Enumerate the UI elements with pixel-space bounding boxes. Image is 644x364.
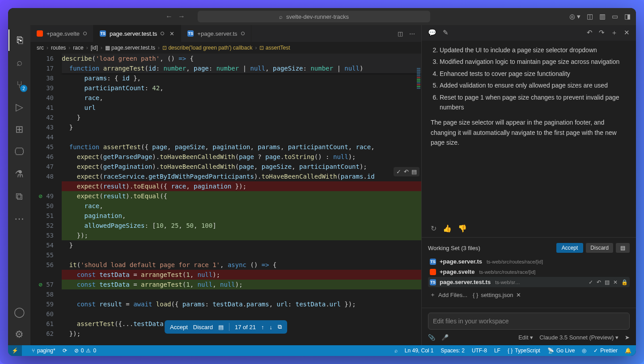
attach-icon[interactable]: 📎 bbox=[428, 334, 435, 341]
working-set-file[interactable]: +page.sveltets-web/src/routes/race/[id] bbox=[428, 267, 630, 277]
notifications-icon[interactable]: 🔔 bbox=[625, 347, 631, 354]
breadcrumb-item[interactable]: [id] bbox=[91, 45, 98, 51]
tab-+page.svelte[interactable]: +page.svelte bbox=[30, 25, 93, 42]
breadcrumb-item[interactable]: ⊡ assertTest bbox=[259, 45, 290, 51]
chat-view-icon[interactable]: 💬 bbox=[428, 29, 436, 37]
split-editor-icon[interactable]: ◫ bbox=[398, 30, 403, 37]
accept-button[interactable]: Accept bbox=[170, 324, 188, 331]
chat-input[interactable]: Edit files in your workspace bbox=[428, 313, 630, 330]
regenerate-icon[interactable]: ↻ bbox=[431, 224, 436, 233]
tab-+page.server.ts[interactable]: TS+page.server.ts bbox=[181, 25, 251, 42]
next-change-icon[interactable]: ↓ bbox=[269, 324, 272, 331]
cursor-position[interactable]: Ln 49, Col 1 bbox=[405, 347, 434, 354]
file-path: ts-web/src/routes/race/[id] bbox=[487, 259, 543, 264]
chat-list-item: Enhanced tests to cover page size functi… bbox=[440, 69, 627, 79]
search-icon[interactable]: ⌕ bbox=[8, 52, 30, 73]
working-set: Working Set (3 files) Accept Discard ▤ T… bbox=[422, 237, 636, 308]
debug-icon[interactable]: ▷ bbox=[8, 96, 30, 118]
references-icon[interactable]: ⧉ bbox=[8, 186, 30, 207]
source-control-icon[interactable]: ⑂2 bbox=[8, 74, 30, 96]
chat-list-item: Updated the UI to include a page size se… bbox=[440, 45, 627, 55]
layout-bottom-icon[interactable]: ▭ bbox=[612, 13, 618, 21]
layout-sidebar-right-icon[interactable]: ◨ bbox=[624, 13, 631, 21]
add-files-button[interactable]: ＋ Add Files... bbox=[430, 291, 467, 299]
file-name: page.server.test.ts bbox=[440, 279, 491, 285]
layout-sidebar-left-icon[interactable]: ▥ bbox=[599, 13, 606, 21]
diff-file-icon[interactable]: ▤ bbox=[218, 324, 224, 331]
search-status-icon[interactable]: ⌕ bbox=[394, 347, 398, 354]
ts-test-icon: TS bbox=[430, 279, 436, 285]
add-icon[interactable]: ＋ bbox=[611, 29, 618, 37]
redo-icon[interactable]: ↷ bbox=[599, 29, 605, 37]
breadcrumb-item[interactable]: src bbox=[37, 45, 44, 51]
more-icon[interactable]: ⋯ bbox=[8, 208, 30, 230]
chat-footer-text: The page size selector will appear in th… bbox=[431, 117, 627, 147]
model-selector[interactable]: Claude 3.5 Sonnet (Preview) ▾ bbox=[539, 334, 619, 341]
chat-content: Updated the UI to include a page size se… bbox=[422, 41, 636, 220]
code-content[interactable]: describe('load green path', () => { func… bbox=[62, 54, 421, 345]
diff-view-button[interactable]: ▤ bbox=[616, 243, 630, 253]
tab-page.server.test.ts[interactable]: TSpage.server.test.ts✕ bbox=[93, 25, 181, 42]
eol[interactable]: LF bbox=[494, 347, 500, 354]
undo-icon[interactable]: ↶ bbox=[587, 29, 593, 37]
thumbs-down-icon[interactable]: 👎 bbox=[458, 224, 467, 233]
encoding[interactable]: UTF-8 bbox=[472, 347, 487, 354]
accept-change-icon[interactable]: ✓ bbox=[396, 168, 401, 175]
mode-selector[interactable]: Edit ▾ bbox=[518, 334, 533, 341]
discard-button[interactable]: Discard bbox=[193, 324, 213, 331]
send-icon[interactable]: ➤ bbox=[625, 334, 630, 341]
prettier-status[interactable]: ✓ Prettier bbox=[593, 347, 618, 354]
code-editor[interactable]: 16173839404142434445464748⊘ 495051525354… bbox=[30, 54, 421, 345]
modified-indicator-icon bbox=[83, 32, 87, 35]
testing-icon[interactable]: ⚗ bbox=[8, 163, 30, 185]
account-icon[interactable]: ◯ bbox=[8, 301, 30, 323]
lock-icon[interactable]: 🔒 bbox=[621, 279, 628, 285]
breadcrumb-item[interactable]: ▦ page.server.test.ts bbox=[105, 45, 155, 51]
file-path: ts-web/sr… bbox=[495, 280, 520, 285]
accept-all-button[interactable]: Accept bbox=[556, 243, 584, 253]
indentation[interactable]: Spaces: 2 bbox=[441, 347, 465, 354]
tab-label: +page.server.ts bbox=[197, 30, 237, 37]
undo-file-icon[interactable]: ↶ bbox=[597, 279, 601, 285]
branch-status[interactable]: ⑂ paging* bbox=[32, 347, 55, 354]
remote-indicator[interactable]: ⚡ bbox=[8, 345, 22, 356]
minimap[interactable] bbox=[416, 67, 421, 345]
accept-file-icon[interactable]: ✓ bbox=[589, 279, 593, 285]
thumbs-up-icon[interactable]: 👍 bbox=[443, 224, 452, 233]
working-set-file[interactable]: TSpage.server.test.tsts-web/sr…✓↶▤✕🔒 bbox=[428, 277, 630, 287]
settings-gear-icon[interactable]: ⚙ bbox=[8, 324, 30, 345]
breadcrumb-item[interactable]: routes bbox=[51, 45, 66, 51]
diff-file-icon[interactable]: ▤ bbox=[605, 279, 610, 285]
copilot-status-icon[interactable]: ◎ bbox=[582, 347, 586, 354]
explorer-icon[interactable]: ⎘ bbox=[8, 29, 30, 51]
copilot-icon[interactable]: ◎ ▾ bbox=[569, 13, 580, 21]
command-center[interactable]: ⌕ svelte-dev-runner-tracks bbox=[198, 11, 430, 22]
close-file-icon[interactable]: ✕ bbox=[613, 279, 618, 285]
sync-icon[interactable]: ⟳ bbox=[63, 347, 67, 354]
more-actions-icon[interactable]: ⋯ bbox=[409, 30, 415, 37]
discard-all-button[interactable]: Discard bbox=[586, 243, 613, 253]
breadcrumb[interactable]: src›routes›race›[id]›▦ page.server.test.… bbox=[30, 42, 421, 54]
problems-status[interactable]: ⊘ 0 ⚠ 0 bbox=[74, 347, 96, 354]
go-live[interactable]: 📡 Go Live bbox=[547, 347, 575, 354]
layout-panel-icon[interactable]: ◫ bbox=[587, 13, 593, 21]
new-chat-icon[interactable]: ✎ bbox=[443, 29, 449, 37]
language-mode[interactable]: { } TypeScript bbox=[508, 347, 540, 354]
file-name: +page.svelte bbox=[440, 268, 475, 275]
chat-list-item: Added validation to ensure only allowed … bbox=[440, 80, 627, 90]
working-set-file[interactable]: TS+page.server.tsts-web/src/routes/race/… bbox=[428, 256, 630, 267]
close-icon[interactable]: ✕ bbox=[624, 29, 630, 37]
vscode-window: ← → ⌕ svelte-dev-runner-tracks ◎ ▾ ◫ ▥ ▭… bbox=[8, 8, 636, 356]
close-tab-icon[interactable]: ✕ bbox=[169, 30, 174, 37]
nav-back-icon[interactable]: ← bbox=[165, 13, 173, 21]
mic-icon[interactable]: 🎤 bbox=[441, 334, 449, 341]
extensions-icon[interactable]: ⊞ bbox=[8, 119, 30, 140]
prev-change-icon[interactable]: ↑ bbox=[261, 324, 264, 331]
nav-forward-icon[interactable]: → bbox=[178, 13, 185, 21]
breadcrumb-item[interactable]: race bbox=[73, 45, 83, 51]
undo-change-icon[interactable]: ↶ bbox=[404, 168, 409, 175]
settings-pill[interactable]: { } settings.json ✕ bbox=[473, 292, 521, 298]
breadcrumb-item[interactable]: ⊡ describe('load green path') callback bbox=[162, 45, 252, 51]
open-diff-icon[interactable]: ⧉ bbox=[278, 323, 282, 331]
remote-explorer-icon[interactable]: 🖵 bbox=[8, 141, 30, 163]
